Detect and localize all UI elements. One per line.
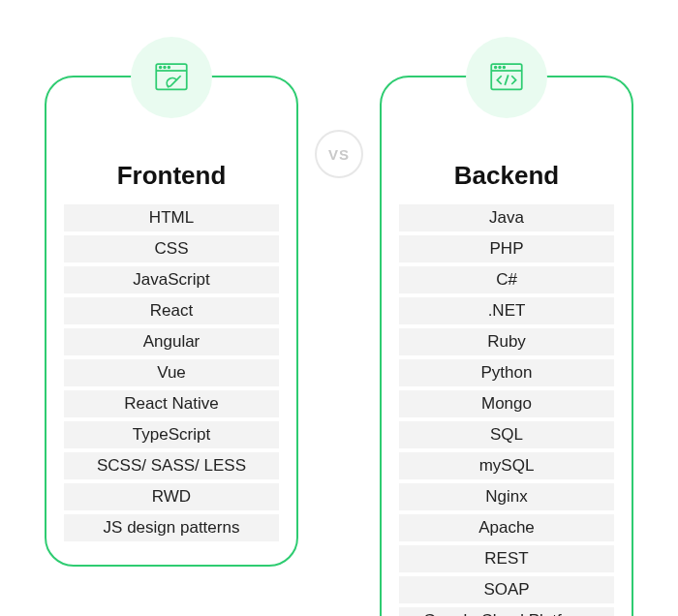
frontend-icon-circle [131,37,212,118]
list-item: JavaScript [64,266,279,293]
svg-point-2 [160,67,162,69]
list-item: CSS [64,235,279,262]
list-item: Angular [64,328,279,355]
svg-point-4 [169,67,170,69]
backend-icon-circle [466,37,547,118]
list-item: React Native [64,390,279,417]
list-item: React [64,297,279,324]
list-item: HTML [64,204,279,231]
backend-list: JavaPHPC#.NETRubyPythonMongoSQLmySQLNgin… [399,204,614,616]
backend-title: Backend [399,161,614,191]
frontend-title: Frontend [64,161,279,191]
code-icon [486,57,527,98]
list-item: Mongo [399,390,614,417]
backend-card: Backend JavaPHPC#.NETRubyPythonMongoSQLm… [380,76,633,616]
svg-point-10 [504,67,506,69]
list-item: Vue [64,359,279,386]
list-item: Google Cloud Platform [399,607,614,616]
list-item: SQL [399,421,614,448]
list-item: .NET [399,297,614,324]
svg-point-3 [164,67,166,69]
list-item: mySQL [399,452,614,479]
vs-badge: vs [315,130,363,178]
list-item: C# [399,266,614,293]
frontend-card: Frontend HTMLCSSJavaScriptReactAngularVu… [45,76,298,567]
svg-line-11 [505,75,508,85]
svg-point-8 [495,67,497,69]
list-item: Nginx [399,483,614,510]
list-item: Ruby [399,328,614,355]
svg-point-9 [499,67,501,69]
list-item: REST [399,545,614,572]
list-item: Java [399,204,614,231]
list-item: TypeScript [64,421,279,448]
svg-line-5 [176,76,180,79]
list-item: RWD [64,483,279,510]
frontend-list: HTMLCSSJavaScriptReactAngularVueReact Na… [64,204,279,541]
design-icon [151,57,192,98]
list-item: Python [399,359,614,386]
list-item: SOAP [399,576,614,603]
list-item: PHP [399,235,614,262]
list-item: SCSS/ SASS/ LESS [64,452,279,479]
list-item: Apache [399,514,614,541]
list-item: JS design patterns [64,514,279,541]
